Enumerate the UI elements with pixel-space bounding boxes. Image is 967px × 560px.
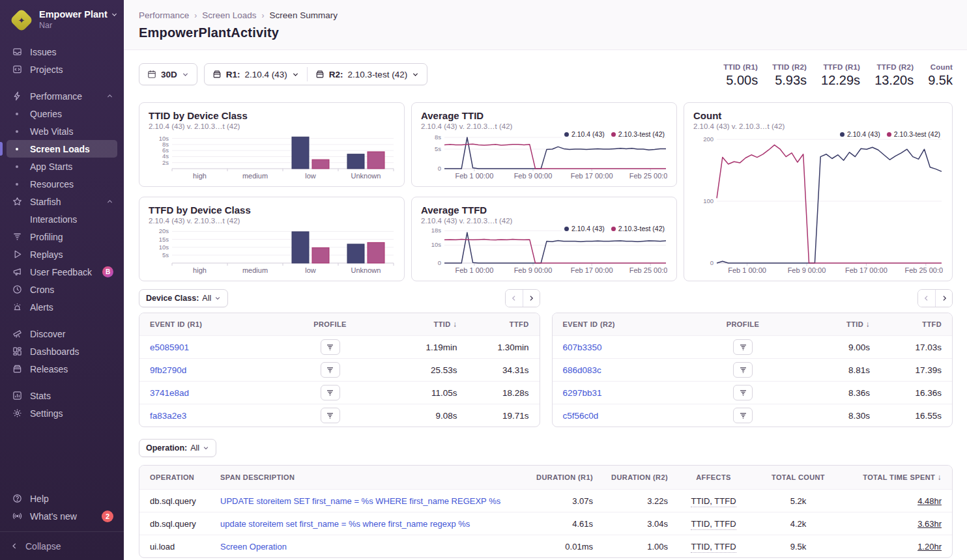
ttid-value: 25.53s [360, 365, 457, 375]
profile-button[interactable] [733, 385, 753, 400]
profile-button[interactable] [321, 408, 340, 423]
date-range-dropdown[interactable]: 30D [139, 63, 197, 85]
sort-desc-icon: ↓ [938, 473, 942, 482]
chart-canvas: 2s4s6s8s10shighmediumlowUnknown [149, 130, 395, 181]
total-time-spent-link[interactable]: 3.63hr [917, 519, 942, 529]
sidebar-item-alerts[interactable]: Alerts [7, 298, 117, 316]
table-row: e5085901 1.19min 1.30min [139, 335, 540, 358]
sidebar-item-stats[interactable]: Stats [7, 387, 117, 404]
sidebar-item-replays[interactable]: Replays [7, 245, 117, 263]
legend-item[interactable]: 2.10.4 (43) [840, 130, 880, 138]
legend-item[interactable]: 2.10.3-test (42) [611, 225, 665, 232]
ttid-device-class-chart: 2s4s6s8s10shighmediumlowUnknown [149, 130, 395, 181]
event-id-link[interactable]: e5085901 [150, 343, 301, 352]
span-description-link[interactable]: Screen Operation [220, 542, 518, 552]
next-page-button[interactable] [935, 290, 952, 307]
date-range-value: 30D [161, 70, 177, 79]
event-id-link[interactable]: fa83a2e3 [150, 411, 301, 421]
duration-r1-value: 4.61s [518, 519, 593, 529]
chevron-down-icon [292, 71, 299, 78]
chart-subtitle: 2.10.4 (43) v. 2.10.3…t (42) [421, 122, 667, 130]
table-row: fa83a2e3 9.08s 19.71s [139, 404, 540, 427]
org-switcher[interactable]: ✦ Empower Plant Nar [0, 0, 124, 38]
span-description-link[interactable]: UPDATE storeitem SET first_name = %s WHE… [220, 496, 518, 506]
page-title: EmpowerPlantActivity [139, 25, 953, 40]
chart-legend: 2.10.4 (43)2.10.3-test (42) [562, 130, 665, 138]
previous-page-button[interactable] [918, 290, 935, 307]
event-id-link[interactable]: 686d083c [563, 365, 714, 375]
previous-page-button[interactable] [506, 290, 523, 307]
profile-button[interactable] [321, 385, 340, 400]
next-page-button[interactable] [523, 290, 540, 307]
operation-dropdown[interactable]: Operation: All [139, 439, 216, 457]
profiling-icon [326, 412, 334, 420]
sidebar-item-releases[interactable]: Releases [7, 360, 117, 378]
duration-r2-value: 3.22s [593, 496, 668, 506]
legend-item[interactable]: 2.10.4 (43) [564, 225, 605, 232]
sidebar-item-crons[interactable]: Crons [7, 281, 117, 298]
event-id-link[interactable]: 3741e8ad [150, 388, 301, 398]
release-r1-dropdown[interactable]: R1: 2.10.4 (43) [205, 64, 307, 85]
sidebar-item-projects[interactable]: Projects [7, 61, 117, 78]
profile-button[interactable] [733, 408, 753, 423]
table-row: 607b3350 9.00s 17.03s [553, 335, 953, 358]
sidebar-item-discover[interactable]: Discover [7, 325, 117, 343]
device-class-dropdown[interactable]: Device Class: All [139, 289, 228, 307]
sidebar-item-profiling[interactable]: Profiling [7, 228, 117, 245]
legend-item[interactable]: 2.10.3-test (42) [887, 130, 940, 138]
sidebar-item-screen-loads[interactable]: Screen Loads [7, 140, 117, 158]
table-row: 3741e8ad 11.05s 18.28s [139, 381, 540, 404]
chart-card-count: Count 2.10.4 (43) v. 2.10.3…t (42) 01002… [684, 102, 953, 281]
release-r1-label: R1: [226, 70, 240, 79]
total-time-spent-link[interactable]: 1.20hr [917, 542, 942, 552]
profile-button[interactable] [733, 362, 753, 378]
svg-text:0: 0 [710, 259, 714, 266]
event-tables: EVENT ID (R1) PROFILE TTID ↓ TTFD e50859… [139, 313, 953, 427]
ttid-value: 8.81s [772, 365, 870, 375]
column-header-total-time-spent[interactable]: TOTAL TIME SPENT ↓ [837, 473, 942, 482]
breadcrumb-performance[interactable]: Performance [139, 10, 189, 20]
sidebar-item-app-starts[interactable]: App Starts [7, 158, 117, 175]
column-header-total-count[interactable]: TOTAL COUNT [759, 473, 837, 481]
event-id-link[interactable]: c5f56c0d [563, 411, 714, 421]
column-header-duration-r1[interactable]: DURATION (R1) [518, 473, 593, 481]
svg-text:Feb 9 00:00: Feb 9 00:00 [788, 266, 826, 274]
column-header-ttid[interactable]: TTID ↓ [772, 320, 870, 329]
legend-item[interactable]: 2.10.4 (43) [564, 130, 605, 138]
breadcrumb-screen-loads[interactable]: Screen Loads [202, 10, 256, 20]
svg-text:20s: 20s [159, 227, 169, 234]
event-id-link[interactable]: 9fb2790d [150, 365, 301, 375]
total-time-spent-link[interactable]: 4.48hr [917, 496, 942, 506]
column-header-ttfd[interactable]: TTFD [870, 320, 942, 328]
sidebar-item-dashboards[interactable]: Dashboards [7, 343, 117, 360]
clock-icon [10, 285, 23, 294]
sidebar-item-issues[interactable]: Issues [7, 43, 117, 61]
sidebar-item-settings[interactable]: Settings [7, 404, 117, 422]
sidebar-item-help[interactable]: Help [7, 490, 117, 507]
sidebar-item-web-vitals[interactable]: Web Vitals [7, 122, 117, 140]
chevron-down-icon [412, 71, 419, 78]
sidebar-item-resources[interactable]: Resources [7, 175, 117, 193]
profile-button[interactable] [733, 339, 753, 355]
sidebar-collapse-button[interactable]: Collapse [0, 531, 124, 560]
event-id-link[interactable]: 607b3350 [563, 343, 714, 352]
column-header-ttid[interactable]: TTID ↓ [360, 320, 457, 329]
sidebar-item-performance[interactable]: Performance [7, 87, 117, 105]
profile-button[interactable] [321, 362, 340, 378]
event-id-link[interactable]: 6297bb31 [563, 388, 714, 398]
profile-button[interactable] [321, 339, 340, 355]
sidebar-item-starfish[interactable]: Starfish [7, 193, 117, 210]
column-header-duration-r2[interactable]: DURATION (R2) [593, 473, 668, 481]
sidebar-item-whats-new[interactable]: What's new 2 [7, 507, 117, 525]
release-r2-dropdown[interactable]: R2: 2.10.3-test (42) [308, 64, 427, 85]
svg-text:10s: 10s [159, 135, 169, 142]
legend-item[interactable]: 2.10.3-test (42) [611, 130, 665, 138]
sidebar-item-user-feedback[interactable]: User Feedback B [7, 263, 117, 281]
column-header-ttfd[interactable]: TTFD [457, 320, 529, 328]
sidebar-item-interactions[interactable]: Interactions [7, 210, 117, 228]
sidebar-item-queries[interactable]: Queries [7, 105, 117, 122]
chart-canvas: 5s10s15s20shighmediumlowUnknown [149, 225, 395, 275]
affects-value: TTID, TTFD [691, 519, 736, 530]
ttfd-value: 16.55s [870, 411, 942, 421]
span-description-link[interactable]: update storeitem set first_name = %s whe… [220, 519, 518, 529]
